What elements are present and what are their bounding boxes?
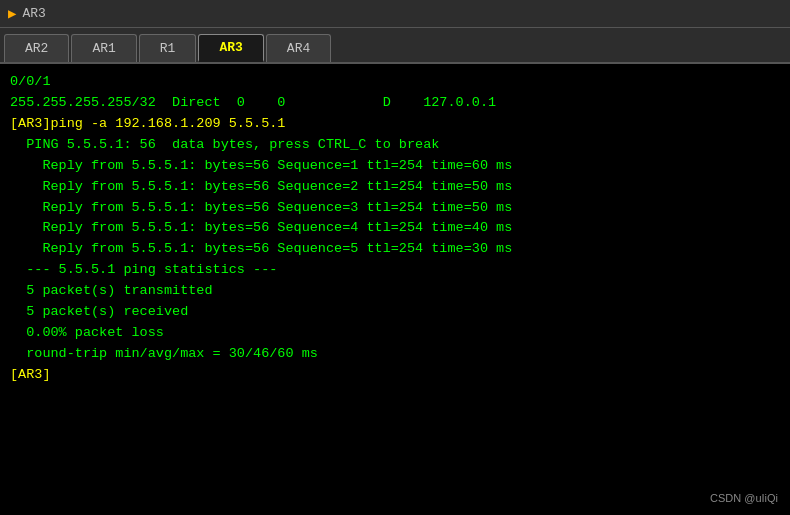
tab-ar1[interactable]: AR1	[71, 34, 136, 62]
tab-ar2[interactable]: AR2	[4, 34, 69, 62]
tab-ar4[interactable]: AR4	[266, 34, 331, 62]
terminal-line: Reply from 5.5.5.1: bytes=56 Sequence=3 …	[10, 198, 780, 219]
window-title: AR3	[22, 6, 45, 21]
terminal-line: Reply from 5.5.5.1: bytes=56 Sequence=5 …	[10, 239, 780, 260]
title-bar: ▶ AR3	[0, 0, 790, 28]
terminal-line: 5 packet(s) transmitted	[10, 281, 780, 302]
terminal-line: 255.255.255.255/32 Direct 0 0 D 127.0.0.…	[10, 93, 780, 114]
terminal-line: Reply from 5.5.5.1: bytes=56 Sequence=1 …	[10, 156, 780, 177]
terminal-line: round-trip min/avg/max = 30/46/60 ms	[10, 344, 780, 365]
watermark: CSDN @uIiQi	[710, 490, 778, 507]
terminal-line: PING 5.5.5.1: 56 data bytes, press CTRL_…	[10, 135, 780, 156]
terminal-line: Reply from 5.5.5.1: bytes=56 Sequence=4 …	[10, 218, 780, 239]
terminal-line: [AR3]ping -a 192.168.1.209 5.5.5.1	[10, 114, 780, 135]
terminal-line: 0/0/1	[10, 72, 780, 93]
title-icon: ▶	[8, 5, 16, 22]
terminal-line: 5 packet(s) received	[10, 302, 780, 323]
terminal-line: [AR3]	[10, 365, 780, 386]
tab-ar3[interactable]: AR3	[198, 34, 263, 62]
tab-bar: AR2AR1R1AR3AR4	[0, 28, 790, 64]
terminal: 0/0/1255.255.255.255/32 Direct 0 0 D 127…	[0, 64, 790, 515]
tab-r1[interactable]: R1	[139, 34, 197, 62]
terminal-line: Reply from 5.5.5.1: bytes=56 Sequence=2 …	[10, 177, 780, 198]
terminal-line: 0.00% packet loss	[10, 323, 780, 344]
terminal-line: --- 5.5.5.1 ping statistics ---	[10, 260, 780, 281]
